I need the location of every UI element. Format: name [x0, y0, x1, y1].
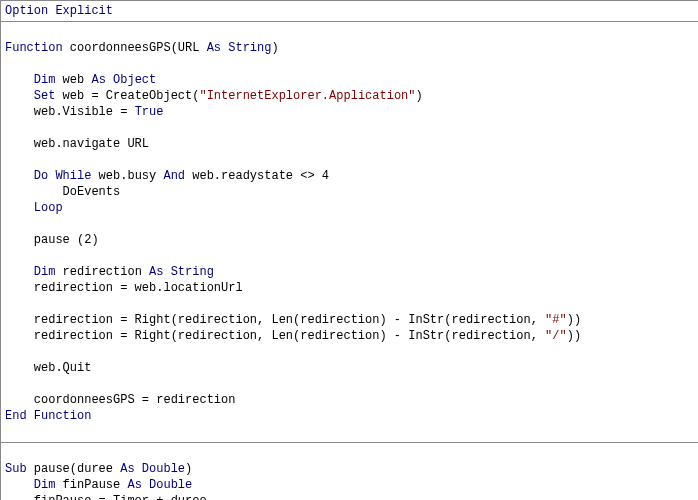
blank-line — [5, 56, 698, 72]
code-text: finPause — [55, 478, 127, 492]
code-line: redirection = Right(redirection, Len(red… — [5, 312, 698, 328]
string-literal: "/" — [545, 329, 567, 343]
keyword: As Double — [127, 478, 192, 492]
code-line: web.Visible = True — [5, 104, 698, 120]
keyword: Set — [34, 89, 56, 103]
blank-line — [5, 344, 698, 360]
string-literal: "#" — [545, 313, 567, 327]
code-line: Function coordonneesGPS(URL As String) — [5, 40, 698, 56]
indent — [5, 169, 34, 183]
blank-line — [5, 296, 698, 312]
keyword: Dim — [34, 478, 56, 492]
code-text: ) — [271, 41, 278, 55]
code-line: coordonneesGPS = redirection — [5, 392, 698, 408]
code-text: web.Quit — [5, 361, 91, 375]
code-line: web.navigate URL — [5, 136, 698, 152]
code-line: End Function — [5, 408, 698, 424]
keyword: Sub — [5, 462, 27, 476]
code-text: redirection = web.locationUrl — [5, 281, 243, 295]
keyword: As Object — [91, 73, 156, 87]
keyword: As Double — [120, 462, 185, 476]
code-text: web.navigate URL — [5, 137, 149, 151]
blank-line — [5, 120, 698, 136]
declarations-pane: Option Explicit — [0, 0, 698, 22]
code-text: web.Visible = — [5, 105, 135, 119]
code-text: redirection — [55, 265, 149, 279]
blank-line — [5, 24, 698, 40]
keyword: Loop — [34, 201, 63, 215]
code-line: Dim finPause As Double — [5, 477, 698, 493]
code-text: pause (2) — [5, 233, 99, 247]
keyword: Do While — [34, 169, 92, 183]
keyword: And — [163, 169, 185, 183]
indent — [5, 478, 34, 492]
string-literal: "InternetExplorer.Application" — [199, 89, 415, 103]
code-text: web.busy — [91, 169, 163, 183]
function-coordonneesGPS-pane: Function coordonneesGPS(URL As String) D… — [0, 21, 698, 443]
indent — [5, 265, 34, 279]
code-text: web.readystate <> 4 — [185, 169, 329, 183]
code-line: Set web = CreateObject("InternetExplorer… — [5, 88, 698, 104]
code-line: Dim redirection As String — [5, 264, 698, 280]
code-editor[interactable]: Option Explicit Function coordonneesGPS(… — [0, 0, 698, 500]
code-text: coordonneesGPS(URL — [63, 41, 207, 55]
code-line: redirection = Right(redirection, Len(red… — [5, 328, 698, 344]
code-line: finPause = Timer + duree — [5, 493, 698, 500]
blank-line — [5, 248, 698, 264]
code-text: web = CreateObject( — [55, 89, 199, 103]
keyword: As String — [207, 41, 272, 55]
code-line: web.Quit — [5, 360, 698, 376]
code-line: Option Explicit — [5, 3, 698, 19]
code-text: finPause = Timer + duree — [5, 494, 207, 500]
indent — [5, 201, 34, 215]
keyword: As String — [149, 265, 214, 279]
code-text: web — [55, 73, 91, 87]
blank-line — [5, 445, 698, 461]
code-text: ) — [416, 89, 423, 103]
code-line: pause (2) — [5, 232, 698, 248]
keyword: End Function — [5, 409, 91, 423]
code-text: coordonneesGPS = redirection — [5, 393, 235, 407]
code-text: )) — [567, 313, 581, 327]
code-line: Sub pause(duree As Double) — [5, 461, 698, 477]
blank-line — [5, 424, 698, 440]
keyword: Function — [5, 41, 63, 55]
keyword: True — [135, 105, 164, 119]
keyword: Option Explicit — [5, 4, 113, 18]
code-line: Loop — [5, 200, 698, 216]
code-line: DoEvents — [5, 184, 698, 200]
code-text: )) — [567, 329, 581, 343]
keyword: Dim — [34, 73, 56, 87]
blank-line — [5, 216, 698, 232]
code-line: Dim web As Object — [5, 72, 698, 88]
code-text: redirection = Right(redirection, Len(red… — [5, 313, 545, 327]
indent — [5, 89, 34, 103]
code-text: redirection = Right(redirection, Len(red… — [5, 329, 545, 343]
indent — [5, 73, 34, 87]
code-text: pause(duree — [27, 462, 121, 476]
code-line: Do While web.busy And web.readystate <> … — [5, 168, 698, 184]
keyword: Dim — [34, 265, 56, 279]
blank-line — [5, 152, 698, 168]
blank-line — [5, 376, 698, 392]
code-text: DoEvents — [5, 185, 120, 199]
sub-pause-pane: Sub pause(duree As Double) Dim finPause … — [0, 442, 698, 500]
code-line: redirection = web.locationUrl — [5, 280, 698, 296]
code-text: ) — [185, 462, 192, 476]
